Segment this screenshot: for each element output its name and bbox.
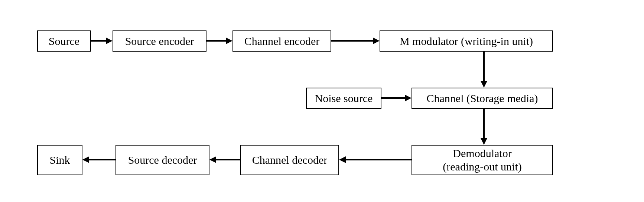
source-label: Source xyxy=(49,35,79,48)
channel-encoder-box: Channel encoder xyxy=(232,30,331,52)
arrow-chdec-to-srcdec xyxy=(216,159,240,160)
noise-source-box: Noise source xyxy=(306,88,381,109)
arrow-channel-to-demod xyxy=(483,109,485,139)
arrow-head-chdec-to-srcdec xyxy=(209,156,216,163)
modulator-box: M modulator (writing-in unit) xyxy=(380,30,553,52)
source-encoder-box: Source encoder xyxy=(113,30,206,52)
sink-label: Sink xyxy=(49,153,70,167)
arrow-head-srcdec-to-sink xyxy=(82,156,89,163)
arrow-chenc-to-mod xyxy=(331,40,374,42)
channel-label: Channel (Storage media) xyxy=(427,92,538,105)
arrow-demod-to-chdec xyxy=(346,159,412,160)
arrow-head-channel-to-demod xyxy=(481,138,487,145)
channel-decoder-box: Channel decoder xyxy=(240,145,339,175)
arrow-head-mod-to-channel xyxy=(481,81,487,88)
noise-source-label: Noise source xyxy=(315,92,373,105)
demodulator-label-2: (reading-out unit) xyxy=(443,160,521,173)
source-decoder-box: Source decoder xyxy=(116,145,209,175)
source-box: Source xyxy=(37,30,91,52)
arrow-head-demod-to-chdec xyxy=(339,156,346,163)
arrow-head-source-to-encoder xyxy=(106,38,113,44)
channel-box: Channel (Storage media) xyxy=(412,88,553,109)
arrow-source-to-encoder xyxy=(91,40,107,42)
arrow-head-srcenc-to-chenc xyxy=(226,38,232,44)
demodulator-box: Demodulator (reading-out unit) xyxy=(412,145,553,175)
channel-encoder-label: Channel encoder xyxy=(244,35,319,48)
arrow-head-chenc-to-mod xyxy=(373,38,380,44)
arrow-srcenc-to-chenc xyxy=(206,40,227,42)
arrow-srcdec-to-sink xyxy=(89,159,116,160)
channel-decoder-label: Channel decoder xyxy=(252,153,327,167)
demodulator-label-wrapper: Demodulator (reading-out unit) xyxy=(443,147,521,173)
modulator-label: M modulator (writing-in unit) xyxy=(400,35,533,48)
arrow-noise-to-channel xyxy=(381,97,406,99)
source-encoder-label: Source encoder xyxy=(125,35,194,48)
demodulator-label-1: Demodulator xyxy=(443,147,521,160)
source-decoder-label: Source decoder xyxy=(128,153,197,167)
arrow-mod-to-channel xyxy=(483,52,485,82)
arrow-head-noise-to-channel xyxy=(405,95,412,101)
sink-box: Sink xyxy=(37,145,82,175)
